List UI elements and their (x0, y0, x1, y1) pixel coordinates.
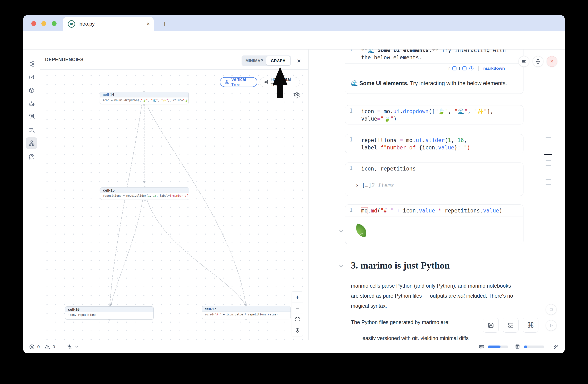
code-line: the below elements. (361, 54, 523, 61)
graph-node-cell-15[interactable]: cell-15 repetitions = mo.ui.slider(1, 16… (100, 187, 189, 200)
graph-node-cell-16[interactable]: cell-16 icon, repetitions (65, 307, 154, 320)
graph-node-cell-17[interactable]: cell-17 mo.md("# " + icon.value * repeti… (202, 306, 291, 319)
dependency-graph-icon (28, 140, 35, 146)
package-cube-icon (28, 87, 35, 94)
line-number: 1 (345, 163, 357, 174)
notebook-settings-button[interactable] (533, 56, 543, 67)
zoom-in-button[interactable]: + (292, 292, 303, 303)
cell-editor[interactable]: 1 **🌊 Some UI elements.** Try interactin… (345, 50, 523, 63)
notebook-cell-tuple[interactable]: 1 icon, repetitions › [ … ] 2 Items (345, 163, 524, 196)
code-line: **🌊 Some UI elements.** Try interacting … (361, 50, 523, 54)
tab-graph[interactable]: GRAPH (266, 56, 290, 65)
command-icon: ⌘ (527, 321, 534, 329)
robot-icon (28, 101, 35, 107)
scroll-mark[interactable] (546, 137, 551, 138)
vertical-tree-button[interactable]: Vertical Tree (220, 77, 257, 87)
help-bubble-icon (28, 154, 35, 160)
traffic-light-minimize[interactable] (42, 21, 46, 26)
save-button[interactable] (483, 318, 499, 333)
sidebar-item-snippets[interactable] (26, 124, 37, 136)
sidebar-item-file-explorer[interactable] (26, 58, 37, 69)
run-all-button[interactable] (546, 320, 556, 331)
ram-usage-fill (488, 346, 501, 348)
close-panel-button[interactable]: × (294, 56, 304, 65)
location-pin-icon (295, 328, 300, 333)
scroll-mark[interactable] (546, 142, 551, 142)
cpu-usage-fill (524, 346, 527, 348)
ai-sparkle-icon[interactable] (553, 344, 559, 350)
shutdown-button[interactable]: × (546, 56, 557, 67)
graph-node-cell-14[interactable]: cell-14 icon = mo.ui.dropdown(["🍃", "🌊",… (100, 92, 189, 104)
app-content: DEPENDENCIES MINIMAP GRAPH × (23, 50, 565, 340)
section-heading: 3. marimo is just Python (351, 260, 450, 271)
errors-icon[interactable] (29, 344, 35, 350)
traffic-light-close[interactable] (31, 21, 36, 26)
autorun-disabled-icon[interactable] (67, 344, 72, 350)
f-flag-checkbox[interactable] (462, 66, 466, 70)
info-icon[interactable] (469, 66, 474, 71)
chevron-down-icon[interactable] (75, 345, 79, 349)
scroll-icon (28, 114, 35, 120)
dependency-graph-canvas[interactable]: Vertical Tree Horizontal Tree cell-14 ic… (40, 70, 308, 340)
r-flag-checkbox[interactable] (452, 66, 457, 70)
status-bar: 0 0 (23, 340, 565, 353)
graph-edges (40, 70, 308, 340)
notebook-cell-dropdown[interactable]: 1 icon = mo.ui.dropdown(["🍃", "🌊", "✨"],… (345, 105, 524, 124)
sidebar-item-dependency-graph[interactable] (26, 137, 37, 149)
file-tree-icon (28, 61, 35, 67)
hamburger-icon (521, 59, 526, 64)
sidebar-item-variables[interactable] (26, 71, 37, 83)
variables-icon (28, 74, 35, 80)
scroll-mark[interactable] (546, 170, 551, 170)
sidebar-item-packages[interactable] (26, 85, 37, 96)
node-title: cell-14 (100, 92, 189, 97)
sidebar-item-help[interactable] (26, 151, 37, 162)
horizontal-tree-icon (264, 80, 268, 85)
traffic-light-zoom[interactable] (52, 21, 57, 26)
cpu-usage-meter (524, 346, 544, 348)
notebook-menu-button[interactable] (519, 56, 529, 67)
scroll-mark-active[interactable] (544, 154, 552, 155)
keyboard-shortcuts-button[interactable]: ⌘ (523, 318, 538, 333)
layout-button[interactable] (503, 318, 519, 333)
node-code: repetitions = mo.ui.slider(1, 16, label=… (100, 193, 189, 198)
cell-output-collapsed-list[interactable]: › [ … ] 2 Items (345, 174, 523, 196)
scroll-mark[interactable] (546, 179, 551, 180)
stop-execution-button[interactable] (546, 304, 556, 315)
scroll-mark[interactable] (546, 160, 551, 161)
play-icon (548, 323, 554, 328)
notebook-cell-markdown[interactable]: 1 **🌊 Some UI elements.** Try interactin… (345, 50, 524, 94)
scroll-mark[interactable] (546, 128, 551, 128)
tab-close-icon[interactable]: × (147, 21, 150, 27)
scroll-mark[interactable] (546, 133, 551, 133)
scroll-mark[interactable] (546, 165, 551, 166)
fullscreen-icon (295, 317, 300, 322)
collapse-output-chevron-icon[interactable] (339, 229, 344, 234)
code-line: icon = mo.ui.dropdown(["🍃", "🌊", "✨"], (361, 108, 523, 115)
zoom-out-button[interactable]: − (292, 303, 303, 314)
browser-tab[interactable]: m intro.py × (63, 17, 154, 31)
code-line: mo.md("# " + icon.value * repetitions.va… (361, 207, 523, 214)
scroll-mark[interactable] (546, 184, 551, 185)
browser-tabbar: m intro.py × + (23, 15, 565, 31)
tab-title: intro.py (79, 21, 147, 27)
graph-settings-icon[interactable] (293, 92, 300, 99)
line-number: 1 (345, 105, 357, 124)
sidebar-item-ai-chat[interactable] (26, 98, 37, 110)
line-number: 1 (345, 50, 357, 63)
sidebar-item-logs[interactable] (26, 111, 37, 122)
fit-view-button[interactable] (292, 314, 303, 325)
locate-button[interactable] (292, 325, 303, 336)
new-tab-button[interactable]: + (160, 19, 169, 28)
warnings-icon[interactable] (44, 344, 50, 350)
vertical-tree-icon (225, 80, 229, 85)
cell-language-badge[interactable]: markdown (483, 66, 505, 71)
gear-icon (535, 59, 541, 64)
collapse-section-chevron-icon[interactable] (339, 263, 344, 269)
tab-minimap[interactable]: MINIMAP (242, 56, 266, 65)
section-cut-line: easily versioned with git, yielding mini… (362, 335, 469, 340)
notebook-cell-md-expression[interactable]: 1 mo.md("# " + icon.value * repetitions.… (345, 205, 524, 244)
section-files-line: The Python files generated by marimo are… (351, 319, 450, 325)
scroll-mark[interactable] (546, 174, 551, 175)
notebook-cell-slider[interactable]: 1 repetitions = mo.ui.slider(1, 16, labe… (345, 134, 524, 153)
